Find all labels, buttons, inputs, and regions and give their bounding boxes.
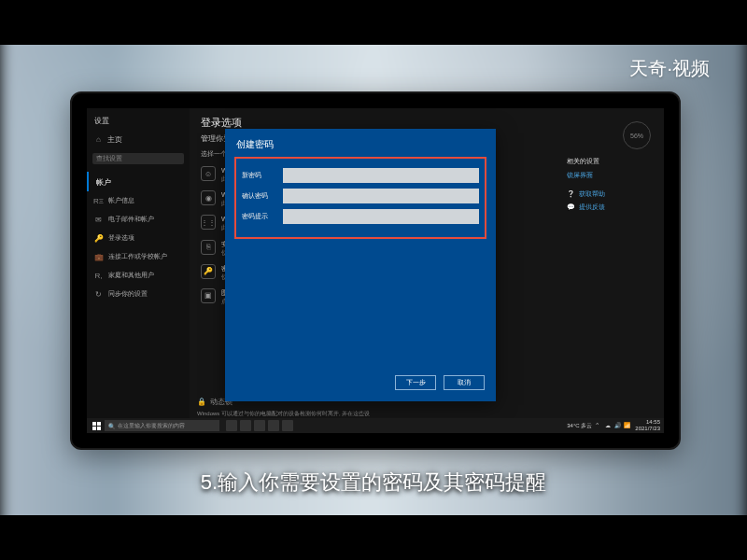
right-panel: 56% 相关的设置 锁屏界面 ❔获取帮助 💬提供反馈 <box>567 121 651 214</box>
sidebar-item-sync[interactable]: ↻同步你的设置 <box>87 285 190 303</box>
window-title: 设置 <box>87 112 190 130</box>
letterbox-top <box>0 0 747 45</box>
taskbar: 🔍 在这里输入你要搜索的内容 34°C 多云 ^☁🔊📶 14:55 2021/7… <box>87 418 664 433</box>
row-new-password: 新密码 <box>242 168 479 183</box>
watermark: 天奇·视频 <box>629 56 710 81</box>
sidebar-item-email[interactable]: ✉电子邮件和帐户 <box>87 210 190 229</box>
user-icon: RΞ <box>94 197 103 205</box>
label-confirm-password: 确认密码 <box>242 191 283 201</box>
windows-icon <box>92 422 101 430</box>
taskbar-app-5[interactable] <box>282 420 293 431</box>
weather-widget[interactable]: 34°C 多云 <box>567 422 592 430</box>
tutorial-caption: 5.输入你需要设置的密码及其密码提醒 <box>0 469 747 497</box>
sidebar-home[interactable]: ⌂ 主页 <box>87 130 190 149</box>
key-icon: 🔑 <box>94 234 103 243</box>
row-confirm-password: 确认密码 <box>242 189 479 203</box>
briefcase-icon: 💼 <box>94 253 103 261</box>
search-icon: 🔍 <box>108 423 115 429</box>
sidebar-item-account-info[interactable]: RΞ帐户信息 <box>87 191 190 210</box>
input-confirm-password[interactable] <box>283 189 479 203</box>
taskbar-app-4[interactable] <box>268 420 279 431</box>
sidebar-item-family[interactable]: R,家庭和其他用户 <box>87 266 190 285</box>
picture-icon: ▣ <box>201 288 216 303</box>
sidebar-home-label: 主页 <box>107 134 122 145</box>
family-icon: R, <box>94 272 103 280</box>
create-password-modal: 创建密码 新密码 确认密码 密码提示 下一步 取消 <box>225 129 496 401</box>
taskbar-search-placeholder: 在这里输入你要搜索的内容 <box>118 422 185 430</box>
related-link-lock[interactable]: 锁屏界面 <box>567 169 651 182</box>
taskbar-app-1[interactable] <box>226 420 237 431</box>
next-button[interactable]: 下一步 <box>395 375 436 390</box>
taskbar-tray: 34°C 多云 ^☁🔊📶 14:55 2021/7/23 <box>567 419 660 431</box>
progress-ring: 56% <box>623 121 651 149</box>
face-icon: ☺ <box>201 166 216 181</box>
taskbar-search[interactable]: 🔍 在这里输入你要搜索的内容 <box>105 420 219 431</box>
input-password-hint[interactable] <box>283 209 479 224</box>
pin-icon: ⋮⋮ <box>201 215 216 230</box>
sidebar-search-placeholder: 查找设置 <box>96 154 122 163</box>
input-new-password[interactable] <box>283 168 479 183</box>
usb-icon: ⎘ <box>201 240 216 255</box>
link-help[interactable]: ❔获取帮助 <box>567 188 651 201</box>
key-icon: 🔑 <box>201 264 216 279</box>
highlight-box: 新密码 确认密码 密码提示 <box>234 157 486 239</box>
start-button[interactable] <box>91 420 102 431</box>
fingerprint-icon: ◉ <box>201 190 216 205</box>
related-heading: 相关的设置 <box>567 157 651 166</box>
cancel-button[interactable]: 取消 <box>444 375 485 390</box>
row-password-hint: 密码提示 <box>242 209 479 224</box>
sidebar-category: 帐户 <box>87 172 190 191</box>
screen: 设置 ⌂ 主页 查找设置 帐户 RΞ帐户信息 ✉电子邮件和帐户 🔑登录选项 💼连… <box>87 108 664 433</box>
taskbar-pinned <box>226 420 293 431</box>
modal-buttons: 下一步 取消 <box>395 375 485 390</box>
label-password-hint: 密码提示 <box>242 212 283 221</box>
sidebar-search[interactable]: 查找设置 <box>92 153 184 164</box>
lock-icon: 🔒 <box>197 398 206 406</box>
tray-icons[interactable]: ^☁🔊📶 <box>596 422 631 429</box>
feedback-icon: 💬 <box>567 203 575 211</box>
label-new-password: 新密码 <box>242 171 283 180</box>
mail-icon: ✉ <box>94 216 103 224</box>
help-icon: ❔ <box>567 190 575 198</box>
clock[interactable]: 14:55 2021/7/23 <box>635 419 660 431</box>
home-icon: ⌂ <box>94 135 103 144</box>
link-feedback[interactable]: 💬提供反馈 <box>567 201 651 214</box>
sidebar-item-work[interactable]: 💼连接工作或学校帐户 <box>87 247 190 266</box>
letterbox-bottom <box>0 515 747 560</box>
taskbar-app-2[interactable] <box>240 420 251 431</box>
laptop-frame: 设置 ⌂ 主页 查找设置 帐户 RΞ帐户信息 ✉电子邮件和帐户 🔑登录选项 💼连… <box>70 91 681 450</box>
taskbar-app-3[interactable] <box>254 420 265 431</box>
sync-icon: ↻ <box>94 290 103 299</box>
modal-title: 创建密码 <box>225 129 496 157</box>
settings-sidebar: 设置 ⌂ 主页 查找设置 帐户 RΞ帐户信息 ✉电子邮件和帐户 🔑登录选项 💼连… <box>87 108 190 433</box>
sidebar-item-signin[interactable]: 🔑登录选项 <box>87 229 190 247</box>
